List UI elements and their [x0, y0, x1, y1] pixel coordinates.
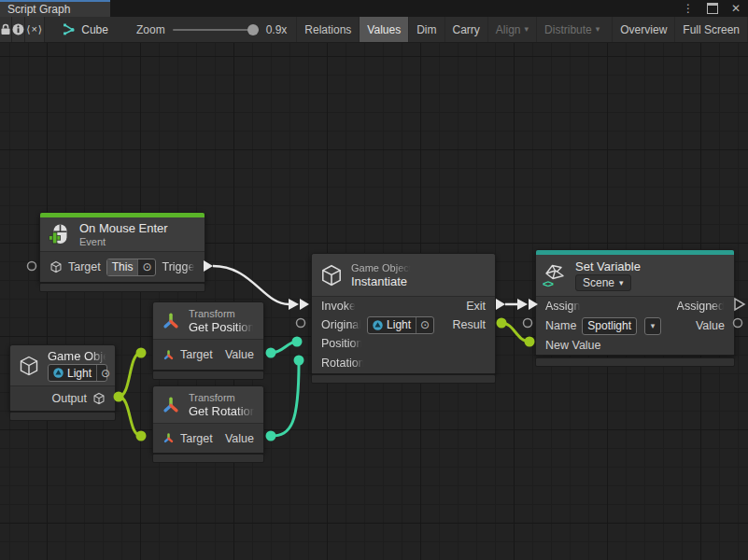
port-instantiate-position[interactable] — [292, 337, 303, 347]
port-getrotation-target[interactable] — [136, 431, 147, 441]
object-picker-icon[interactable]: ⊙ — [96, 365, 114, 381]
port-instantiate-rotation[interactable] — [294, 356, 304, 366]
node-category: Transform — [189, 392, 256, 403]
zoom-slider-handle[interactable] — [247, 24, 259, 35]
fullscreen-button[interactable]: Full Screen — [674, 17, 748, 42]
graph-toolbar: ⟨×⟩ Cube Zoom 0.9x Relations Values Dim … — [0, 17, 748, 43]
lock-icon — [0, 23, 11, 35]
lock-button[interactable] — [0, 17, 12, 42]
node-instantiate[interactable]: Game Object Instantiate Invoke Exit Orig… — [311, 253, 496, 374]
port-event-target[interactable] — [28, 262, 36, 271]
unity-logo-icon — [373, 320, 383, 330]
chevron-down-icon: ▾ — [651, 322, 656, 330]
port-setvariable-newvalue[interactable] — [525, 337, 535, 347]
chevron-down-icon: ▾ — [596, 25, 600, 34]
values-button[interactable]: Values — [359, 17, 408, 42]
variable-name-field[interactable]: Spotlight — [582, 317, 637, 335]
port-setvariable-assigned[interactable] — [735, 299, 744, 310]
light-object-field[interactable]: Light ⊙ — [48, 364, 107, 382]
zoom-value: 0.9x — [266, 23, 288, 36]
target-port-label: Target — [180, 348, 213, 361]
node-get-rotation[interactable]: Transform Get Rotation Target Value — [152, 385, 264, 454]
tab-script-graph[interactable]: Script Graph — [0, 0, 110, 17]
output-port-row: Output — [10, 385, 115, 411]
code-preview-button[interactable]: ⟨×⟩ — [25, 17, 45, 42]
game-object-icon — [92, 392, 106, 405]
port-instantiate-invoke[interactable] — [300, 299, 309, 310]
port-getposition-target[interactable] — [136, 348, 147, 358]
name-port-row: Name Spotlight ▾ Value — [536, 315, 734, 336]
dim-button[interactable]: Dim — [408, 17, 444, 42]
value-port-label: Value — [225, 432, 254, 445]
game-object-icon — [49, 260, 63, 273]
inspect-button[interactable] — [12, 17, 25, 42]
code-icon: ⟨×⟩ — [26, 23, 43, 35]
maximize-icon[interactable] — [707, 3, 718, 14]
node-title: Get Rotation — [189, 404, 256, 418]
node-title: Game Object — [48, 349, 107, 363]
node-title: Get Position — [189, 320, 255, 334]
rotation-port-row: Rotation — [312, 353, 495, 373]
wire-trigger-to-invoke[interactable] — [213, 266, 289, 304]
node-footer-event[interactable] — [39, 283, 205, 292]
light-value: Light — [387, 318, 411, 331]
mouse-event-icon — [48, 222, 72, 246]
wire-arrowhead-icon — [289, 299, 299, 310]
wire-getrotation-value-to-rotation[interactable] — [271, 362, 299, 436]
variable-name-dropdown[interactable]: ▾ — [644, 317, 661, 335]
zoom-label: Zoom — [136, 23, 165, 36]
window-menu-icon[interactable]: ⋮ — [683, 2, 694, 15]
port-getrotation-value[interactable] — [266, 431, 276, 441]
relations-button[interactable]: Relations — [296, 17, 359, 42]
wire-result-to-newvalue[interactable] — [501, 323, 529, 342]
invoke-port-row: Invoke Exit — [312, 296, 495, 315]
node-on-mouse-enter[interactable]: On Mouse Enter Event Target This ⊙ Trigg… — [39, 212, 205, 283]
wire-getposition-value-to-position[interactable] — [271, 342, 296, 353]
object-picker-icon[interactable]: ⊙ — [137, 259, 155, 275]
this-object-field[interactable]: This ⊙ — [106, 259, 157, 276]
node-footer-get-rotation[interactable] — [152, 454, 264, 463]
node-game-object-literal[interactable]: Game Object Light ⊙ Output — [9, 344, 116, 412]
game-object-icon — [18, 355, 40, 377]
node-footer-game-object[interactable] — [9, 412, 116, 421]
target-port-label: Target — [180, 432, 213, 445]
port-instantiate-original[interactable] — [297, 319, 305, 328]
graph-icon — [62, 22, 76, 36]
scope-value: Scene — [583, 276, 614, 289]
zoom-control: Zoom 0.9x — [136, 23, 287, 36]
distribute-button[interactable]: Distribute ▾ — [536, 17, 607, 42]
node-set-variable[interactable]: <> Set Variable Scene ▾ Assign Assigned … — [535, 249, 735, 356]
carry-button[interactable]: Carry — [445, 17, 487, 42]
zoom-slider[interactable] — [173, 29, 259, 31]
result-port-label: Result — [453, 318, 486, 331]
node-category: Transform — [189, 308, 255, 319]
chevron-down-icon: ▾ — [525, 25, 529, 34]
port-instantiate-result[interactable] — [497, 318, 507, 329]
node-footer-instantiate[interactable] — [311, 374, 496, 384]
wire-output-to-getrotation-target[interactable] — [119, 397, 141, 436]
wire-arrowhead-icon — [517, 299, 528, 310]
align-button[interactable]: Align ▾ — [487, 17, 536, 42]
wire-output-to-getposition-target[interactable] — [119, 353, 141, 397]
port-setvariable-name[interactable] — [524, 319, 532, 328]
transform-icon — [161, 395, 181, 415]
port-getposition-value[interactable] — [266, 348, 276, 358]
node-footer-get-position[interactable] — [152, 371, 264, 380]
position-port-label: Position — [321, 337, 362, 350]
close-icon[interactable]: ✕ — [731, 2, 741, 15]
transform-icon — [162, 432, 175, 444]
port-instantiate-exit[interactable] — [496, 299, 505, 310]
object-picker-icon[interactable]: ⊙ — [416, 317, 433, 333]
node-get-position[interactable]: Transform Get Position Target Value — [152, 301, 264, 371]
window-controls: ⋮ ✕ — [683, 0, 748, 17]
value-port-label: Value — [225, 348, 254, 361]
target-port-label: Target — [68, 260, 101, 273]
variable-brackets-icon: <> — [543, 278, 553, 289]
overview-button[interactable]: Overview — [612, 17, 674, 42]
graph-breadcrumb[interactable]: Cube — [62, 22, 108, 36]
position-port-row: Position — [312, 334, 495, 353]
graph-canvas[interactable]: On Mouse Enter Event Target This ⊙ Trigg… — [0, 43, 748, 560]
node-footer-set-variable[interactable] — [535, 357, 735, 367]
light-object-field[interactable]: Light ⊙ — [367, 316, 434, 334]
variable-scope-dropdown[interactable]: Scene ▾ — [575, 274, 631, 291]
